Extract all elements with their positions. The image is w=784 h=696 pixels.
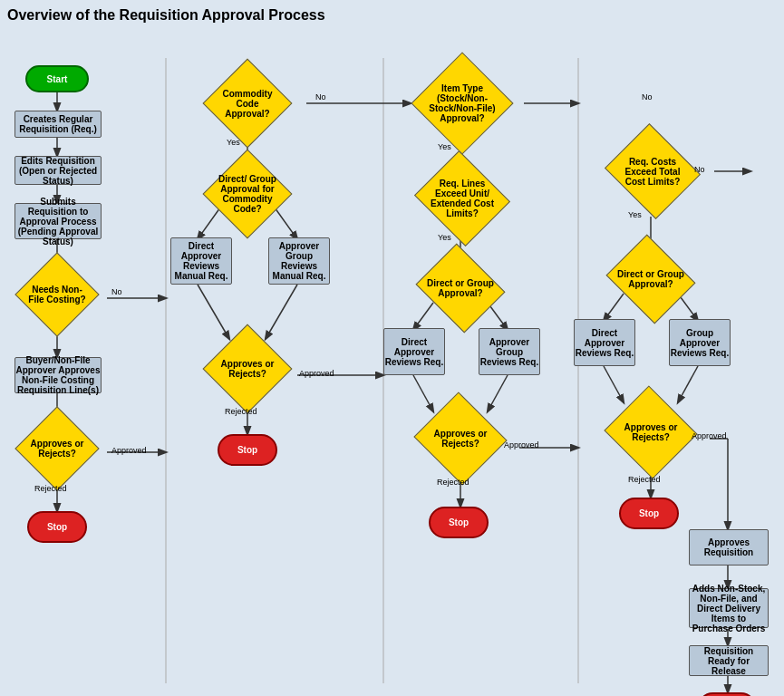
svg-line-25 [413,375,433,411]
edits-req-shape: Edits Requisition (Open or Rejected Stat… [15,156,102,185]
yes-label-2: Yes [227,138,240,147]
no-label-4: No [694,165,705,174]
submits-req-shape: Submits Requisition to Approval Process … [15,203,102,239]
rejected-label-3: Rejected [437,478,469,487]
approved-label-2: Approved [299,369,334,378]
yes-label-4: Yes [438,233,451,242]
approves-rejects3-shape: Approves or Rejects? [413,392,507,485]
stop1-shape: Stop [27,511,87,543]
approver-group-req1-shape: Approver Group Reviews Req. [479,328,540,375]
direct-approver-req2-shape: Direct Approver Reviews Req. [574,319,635,366]
req-costs-exceed-shape: Req. Costs Exceed Total Cost Limits? [605,123,701,219]
start-shape: Start [25,65,89,92]
svg-line-26 [488,375,508,411]
stop5-shape: Stop [697,692,757,696]
approved-label-3: Approved [504,440,539,450]
needs-nonfile-shape: Needs Non-File Costing? [15,252,99,336]
svg-line-33 [604,366,624,402]
creates-req-shape: Creates Regular Requisition (Req.) [15,111,102,138]
no-label-3: No [642,92,653,102]
stop4-shape: Stop [619,498,679,529]
no-label-2: No [315,92,326,102]
svg-line-17 [266,285,297,339]
adds-nonstock-shape: Adds Non-Stock, Non-File, and Direct Del… [689,588,769,628]
yes-label-5: Yes [628,210,642,219]
direct-group-approval2-shape: Direct or Group Approval? [606,235,696,324]
approved-label-1: Approved [111,446,147,455]
stop2-shape: Stop [218,434,277,466]
approves-rejects4-shape: Approves or Rejects? [604,385,697,478]
req-ready-shape: Requisition Ready for Release [689,645,769,676]
page-title: Overview of the Requisition Approval Pro… [7,7,777,24]
svg-line-16 [198,285,229,339]
item-type-shape: Item Type (Stock/Non-Stock/Non-File) App… [411,52,513,154]
buyer-approves-shape: Buyer/Non-File Approver Approves Non-Fil… [15,357,102,393]
diagram: Start Creates Regular Requisition (Req.)… [7,31,777,692]
direct-group-approval1-shape: Direct or Group Approval? [416,244,506,334]
direct-approver-req1-shape: Direct Approver Reviews Req. [383,328,445,375]
direct-group-commodity-shape: Direct/ Group Approval for Commodity Cod… [203,150,293,239]
approves-rejects2-shape: Approves or Rejects? [203,324,293,414]
yes-label-3: Yes [438,142,451,151]
commodity-code-shape: Commodity Code Approval? [203,59,293,149]
group-approver-req2-shape: Group Approver Reviews Req. [669,319,731,366]
approver-group-manual-shape: Approver Group Reviews Manual Req. [268,237,330,285]
rejected-label-4: Rejected [628,475,661,484]
approves-rejects1-shape: Approves or Rejects? [15,406,99,490]
req-lines-exceed-shape: Req. Lines Exceed Unit/ Extended Cost Li… [414,150,510,246]
no-label-1: No [111,287,122,296]
rejected-label-2: Rejected [225,407,257,416]
approved-label-4: Approved [692,431,727,440]
approves-requisition-shape: Approves Requisition [689,529,769,566]
stop3-shape: Stop [429,507,489,538]
svg-line-34 [678,366,698,402]
rejected-label-1: Rejected [34,484,67,493]
direct-approver-manual-shape: Direct Approver Reviews Manual Req. [170,237,232,285]
page: Overview of the Requisition Approval Pro… [0,0,784,696]
